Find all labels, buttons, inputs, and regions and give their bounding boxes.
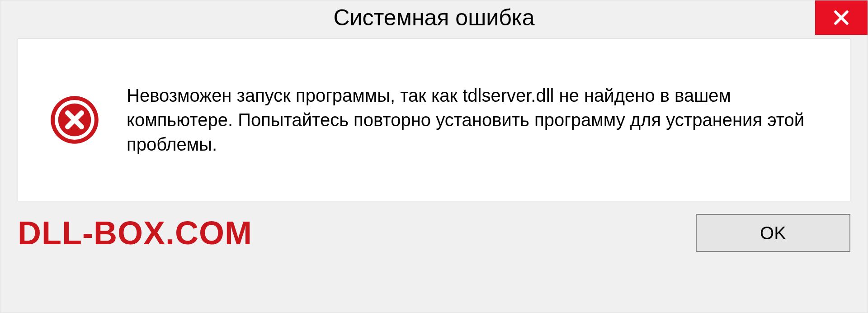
content-area: Невозможен запуск программы, так как tdl…	[18, 38, 850, 201]
error-icon	[50, 95, 99, 145]
close-icon	[831, 8, 851, 28]
error-dialog: Системная ошибка Невозможен запуск прогр…	[0, 0, 868, 313]
titlebar: Системная ошибка	[0, 0, 868, 35]
ok-button[interactable]: OK	[696, 214, 850, 252]
watermark-text: DLL-BOX.COM	[18, 214, 252, 251]
dialog-title: Системная ошибка	[333, 5, 534, 31]
footer: DLL-BOX.COM OK	[0, 201, 868, 265]
error-message: Невозможен запуск программы, так как tdl…	[127, 83, 827, 156]
close-button[interactable]	[815, 0, 868, 35]
